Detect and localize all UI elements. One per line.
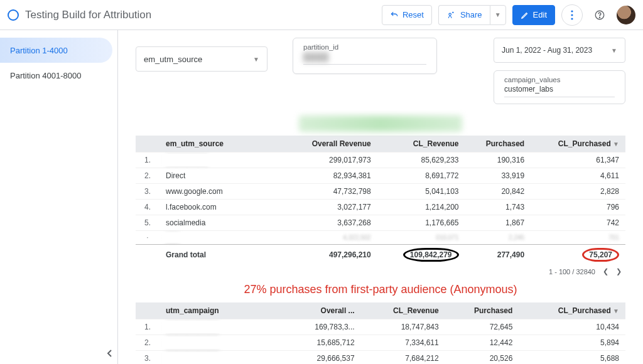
chevron-down-icon: ▼: [253, 56, 259, 63]
share-button[interactable]: Share: [438, 5, 490, 25]
col-purchased2[interactable]: Purchased: [445, 302, 519, 319]
cv-label: campaign_values: [504, 76, 615, 83]
pencil-icon: [521, 11, 529, 19]
source-table: em_utm_source Overall Revenue CL_Revenue…: [136, 136, 625, 265]
share-button-group: Share ▼: [438, 5, 506, 25]
pager-text: 1 - 100 / 32840: [549, 268, 595, 276]
pager-prev[interactable]: ❮: [603, 267, 608, 276]
reset-label: Reset: [403, 10, 424, 19]
campaign-values-card: campaign_values customer_labs: [494, 70, 625, 104]
col-clrev2[interactable]: CL_Revenue: [361, 302, 445, 319]
col-campaign[interactable]: utm_campaign: [159, 302, 285, 319]
highlight-cl-revenue: 109,842,279: [403, 248, 459, 262]
col-clrev[interactable]: CL_Revenue: [377, 136, 465, 153]
page-title: Testing Build for Attribution: [25, 9, 376, 21]
sidebar-item-label: Partition 1-4000: [10, 46, 68, 55]
table-row: 1.██████████169,783,3...18,747,84372,645…: [136, 319, 625, 335]
table-grand-total: Grand total 497,296,210 109,842,279 277,…: [136, 245, 625, 265]
svg-point-1: [571, 10, 573, 12]
table-row: 2.Direct82,934,3818,691,77233,9194,611: [136, 168, 625, 184]
report-canvas: em_utm_source ▼ partition_id Jun 1, 2022…: [118, 30, 643, 364]
more-vert-icon: [571, 10, 573, 20]
svg-point-2: [571, 14, 573, 16]
collapse-sidebar-button[interactable]: [107, 349, 113, 358]
table1-pager: 1 - 100 / 32840 ❮ ❯: [136, 265, 625, 281]
account-avatar[interactable]: [617, 6, 635, 24]
table-row: 5.socialmedia3,637,2681,176,6651,867742: [136, 215, 625, 231]
sidebar-item-partition-2[interactable]: Partition 4001-8000: [0, 63, 112, 88]
table-row: 3.██████████29,666,5377,684,21220,5265,6…: [136, 351, 625, 365]
undo-icon: [390, 11, 399, 19]
table-row: 1.████████299,017,97385,629,233190,31661…: [136, 153, 625, 168]
table-row: 2.██████████15,685,7127,334,61112,4425,8…: [136, 335, 625, 351]
share-label: Share: [460, 10, 482, 19]
reset-button[interactable]: Reset: [382, 5, 432, 25]
col-clpurchased2[interactable]: CL_Purchased ▼: [519, 302, 625, 319]
more-menu-button[interactable]: [561, 4, 583, 26]
annotation-text: 27% purchases from first-party audience …: [136, 283, 625, 296]
share-dropdown[interactable]: ▼: [490, 5, 506, 25]
partition-label: partition_id: [303, 43, 426, 51]
share-icon: [446, 11, 457, 19]
source-select[interactable]: em_utm_source ▼: [136, 46, 267, 72]
campaign-table: utm_campaign Overall ... CL_Revenue Purc…: [136, 302, 625, 364]
svg-point-5: [599, 17, 600, 18]
col-overall2[interactable]: Overall ...: [285, 302, 361, 319]
chevron-down-icon: ▼: [495, 11, 501, 18]
help-button[interactable]: [589, 4, 610, 26]
chevron-down-icon: ▼: [611, 47, 617, 54]
app-logo-icon: [8, 9, 19, 21]
edit-label: Edit: [533, 10, 547, 19]
chevron-left-icon: [107, 349, 113, 358]
col-clpurchased[interactable]: CL_Purchased ▼: [531, 136, 625, 153]
sidebar-item-partition-1[interactable]: Partition 1-4000: [0, 38, 112, 63]
table-row-cut: ·███4,322,502010,0712,245701: [136, 231, 625, 245]
cv-value[interactable]: customer_labs: [504, 85, 615, 97]
svg-point-3: [571, 18, 573, 19]
sidebar-item-label: Partition 4001-8000: [10, 71, 81, 80]
table-row: 4.l.facebook.com3,027,1771,214,2001,7437…: [136, 200, 625, 215]
sort-desc-icon: ▼: [613, 141, 619, 147]
edit-button[interactable]: Edit: [512, 5, 555, 25]
sidebar: Partition 1-4000 Partition 4001-8000: [0, 30, 118, 364]
svg-point-0: [449, 13, 451, 16]
table-row: 3.www.google.com47,732,7985,041,10320,84…: [136, 184, 625, 200]
pager-next[interactable]: ❯: [616, 267, 622, 276]
col-purchased[interactable]: Purchased: [465, 136, 531, 153]
partition-card: partition_id: [293, 38, 437, 74]
partition-value[interactable]: [303, 52, 426, 65]
source-select-value: em_utm_source: [144, 55, 202, 64]
help-icon: [594, 9, 605, 21]
redacted-banner: [299, 115, 462, 132]
date-range-value: Jun 1, 2022 - Aug 31, 2023: [502, 46, 592, 55]
sort-desc-icon: ▼: [613, 308, 619, 314]
col-overall[interactable]: Overall Revenue: [285, 136, 377, 153]
top-bar: Testing Build for Attribution Reset Shar…: [0, 0, 643, 30]
col-source[interactable]: em_utm_source: [159, 136, 285, 153]
highlight-cl-purchased: 75,207: [582, 248, 619, 262]
date-range-select[interactable]: Jun 1, 2022 - Aug 31, 2023 ▼: [494, 38, 625, 63]
